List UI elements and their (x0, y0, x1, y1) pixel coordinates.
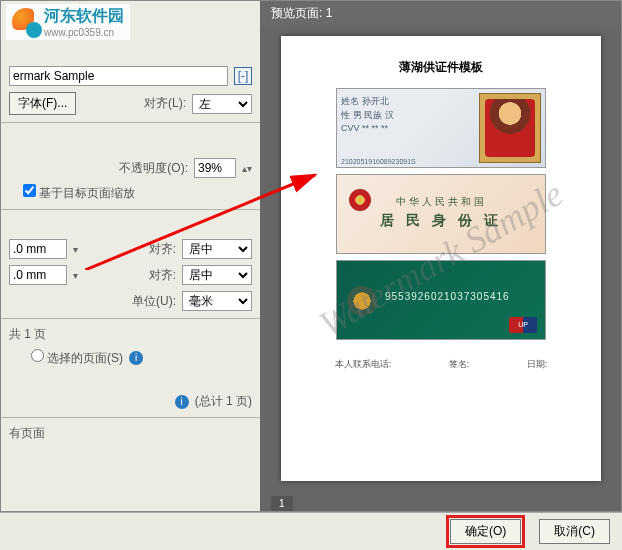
brand-logo: 河东软件园 www.pc0359.cn (6, 4, 130, 40)
logo-text: 河东软件园 (44, 6, 124, 27)
collapse-icon[interactable]: [-] (234, 67, 252, 85)
scale-checkbox[interactable] (23, 184, 36, 197)
preview-page: 薄湖供证件模板 姓名 孙开北性 男 民族 汉CVV ** ** ** 21020… (281, 36, 601, 481)
bg-option-label: 有页面 (9, 425, 45, 442)
ok-button[interactable]: 确定(O) (450, 519, 521, 544)
watermark-dialog: [-] 字体(F)... 对齐(L): 左 不透明度(O): ▴▾ 基于目标页面… (0, 0, 622, 512)
info-icon[interactable]: i (175, 395, 189, 409)
chip-icon (347, 286, 377, 316)
page-number: 1 (271, 496, 293, 511)
offset-x-input[interactable] (9, 239, 67, 259)
align-v-select[interactable]: 居中 (182, 265, 252, 285)
logo-icon (12, 8, 40, 36)
emblem-icon (349, 189, 371, 211)
pages-all-label: 共 1 页 (9, 326, 46, 343)
bank-card: 9553926021037305416 UP (336, 260, 546, 340)
logo-url: www.pc0359.cn (44, 27, 124, 38)
unit-label: 单位(U): (132, 293, 176, 310)
watermark-text-input[interactable] (9, 66, 228, 86)
align-v-label: 对齐: (149, 267, 176, 284)
sig-phone: 本人联系电话: (335, 358, 392, 371)
id-card-2: 中华人民共和国 居 民 身 份 证 (336, 174, 546, 254)
opacity-input[interactable] (194, 158, 236, 178)
align-label: 对齐(L): (144, 95, 186, 112)
doc-title: 薄湖供证件模板 (306, 59, 576, 76)
preview-pane: 预览页面: 1 薄湖供证件模板 姓名 孙开北性 男 民族 汉CVV ** ** … (261, 1, 621, 511)
cancel-button[interactable]: 取消(C) (539, 519, 610, 544)
align-select[interactable]: 左 (192, 94, 252, 114)
preview-header: 预览页面: 1 (261, 1, 621, 26)
pages-total-label: (总计 1 页) (195, 393, 252, 410)
sig-name: 签名: (449, 358, 470, 371)
offset-y-input[interactable] (9, 265, 67, 285)
align-h-select[interactable]: 居中 (182, 239, 252, 259)
scale-checkbox-label[interactable]: 基于目标页面缩放 (23, 184, 135, 202)
unionpay-icon: UP (509, 317, 537, 333)
unit-select[interactable]: 毫米 (182, 291, 252, 311)
settings-pane: [-] 字体(F)... 对齐(L): 左 不透明度(O): ▴▾ 基于目标页面… (1, 1, 261, 511)
font-button[interactable]: 字体(F)... (9, 92, 76, 115)
info-icon[interactable]: i (129, 351, 143, 365)
opacity-label: 不透明度(O): (119, 160, 188, 177)
pages-selected-radio[interactable]: 选择的页面(S) (31, 349, 123, 367)
button-bar: 确定(O) 取消(C) (0, 512, 622, 550)
sig-date: 日期: (527, 358, 548, 371)
portrait-icon (479, 93, 541, 163)
id-card-1: 姓名 孙开北性 男 民族 汉CVV ** ** ** 2102051916089… (336, 88, 546, 168)
align-h-label: 对齐: (149, 241, 176, 258)
